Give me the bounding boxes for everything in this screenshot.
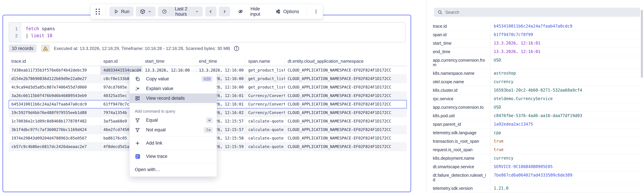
detail-row[interactable]: k8s.cluster.id16593ba1-20c2-4b60-8271-53… <box>432 86 640 95</box>
table-cell[interactable]: b453410011b6c24a24a7faab47a0cdc9 <box>9 100 100 108</box>
table-cell[interactable]: 3a26c66115b0f476b9d6b46889543eb9 <box>9 92 100 100</box>
column-header-end_time[interactable]: end_time <box>196 57 245 66</box>
menu-item-view-trace[interactable]: View trace <box>130 152 217 161</box>
detail-value[interactable]: 1a92edea2ac13475 <box>490 120 640 128</box>
detail-row[interactable]: telemetry.sdk.version1.21.0 <box>432 184 640 193</box>
detail-row[interactable]: request.is_root_spantrue <box>432 146 640 154</box>
detail-value[interactable]: currency <box>490 78 640 86</box>
detail-value[interactable]: oteldemo.CurrencyService <box>490 95 640 103</box>
options-button[interactable]: Options <box>271 7 303 16</box>
table-cell[interactable]: 7d38eab11735b3f576e6bf4b42debc39 <box>9 66 100 74</box>
detail-value[interactable]: true <box>490 137 640 145</box>
table-cell[interactable]: CLOUD_APPLICATION_NAMESPACE-EF02F824F1D1… <box>285 134 407 142</box>
table-cell[interactable]: d154e2b78690836d122b69d9e22a0e27 <box>9 75 100 83</box>
menu-item-not-equal[interactable]: Not equal != <box>130 125 217 135</box>
detail-row[interactable]: span.parent_id1a92edea2ac13475 <box>432 120 640 129</box>
table-cell[interactable]: Currency/Convert <box>245 92 285 100</box>
detail-value[interactable]: cpp <box>490 129 640 137</box>
table-cell[interactable]: CLOUD_APPLICATION_NAMESPACE-EF02F824F1D1… <box>285 66 407 74</box>
timeframe-selector[interactable]: Last 2 hours <box>158 7 203 16</box>
column-header-trace.id[interactable]: trace.id <box>9 57 100 66</box>
table-cell[interactable]: calculate-quote <box>245 117 285 125</box>
detail-row[interactable]: end_time13.3.2026, 12:16:01 <box>432 48 640 56</box>
detail-value[interactable]: 7be867cd6a06402fad4333509c6de389 <box>490 171 640 184</box>
table-cell[interactable]: Currency/Convert <box>245 100 285 108</box>
editor-code[interactable]: fetch spans| limit 10 <box>21 23 55 42</box>
code-line[interactable]: | limit 10 <box>26 32 55 39</box>
detail-value[interactable]: b453410011b6c24a24a7faab47a0cdc9 <box>490 22 640 30</box>
detail-row[interactable]: otel.scope.namecurrency <box>432 78 640 86</box>
detail-row[interactable]: dt.failure_detection.ruleset_id7be867cd6… <box>432 171 640 184</box>
timeframe-forward-button[interactable] <box>219 7 230 16</box>
table-cell[interactable]: CLOUD_APPLICATION_NAMESPACE-EF02F824F1D1… <box>285 100 407 108</box>
detail-row[interactable]: app.currency.conversion.toUSD <box>432 103 640 112</box>
detail-row[interactable]: trace.idb453410011b6c24a24a7faab47a0cdc9 <box>432 22 640 30</box>
detail-value[interactable]: 13.3.2026, 12:16:01 <box>490 39 640 47</box>
table-cell[interactable]: calculate-quote <box>245 126 285 134</box>
query-editor[interactable]: 12 fetch spans| limit 10 <box>9 22 406 42</box>
column-header-span.id[interactable]: span.id <box>100 57 142 66</box>
detail-row[interactable]: transaction.is_root_spantrue <box>432 137 640 146</box>
menu-item-equal[interactable]: Equal = <box>130 115 217 125</box>
detail-value[interactable]: true <box>490 146 640 154</box>
detail-value[interactable]: 1.21.0 <box>490 184 640 193</box>
column-header-start_time[interactable]: start_time <box>142 57 196 66</box>
table-cell[interactable]: CLOUD_APPLICATION_NAMESPACE-EF02F824F1D1… <box>285 75 407 83</box>
hide-input-button[interactable]: Hide input <box>234 7 269 16</box>
menu-item-open-with[interactable]: Open with… <box>130 165 217 175</box>
drag-handle-icon[interactable] <box>96 9 100 15</box>
column-header-dt.entity.cloud_application_namespace[interactable]: dt.entity.cloud_application_namespace <box>285 57 407 66</box>
detail-row[interactable]: rpc.serviceoteldemo.CurrencyService <box>432 95 640 103</box>
detail-row[interactable]: k8s.namespace.nameastroshop <box>432 69 640 78</box>
detail-row[interactable]: span.id61ff9470c7cf8f99 <box>432 30 640 39</box>
detail-value[interactable]: 13.3.2026, 12:16:01 <box>490 48 640 56</box>
table-cell[interactable]: 1c70036e2c1d09c8d8468b177878f482 <box>9 117 100 125</box>
table-cell[interactable]: Currency/Convert <box>245 109 285 117</box>
detail-row[interactable]: k8s.pod.uidc8476fbe-5376-4ad6-aa16-daa77… <box>432 112 640 120</box>
table-cell[interactable]: CLOUD_APPLICATION_NAMESPACE-EF02F824F1D1… <box>285 143 407 151</box>
warning-icon[interactable] <box>41 44 50 52</box>
detail-value[interactable]: c8476fbe-5376-4ad6-aa16-daa77df19d03 <box>490 112 640 120</box>
run-button[interactable]: Run <box>110 7 134 16</box>
detail-row[interactable]: app.currency.conversion.fromUSD <box>432 56 640 69</box>
table-cell[interactable]: 4c9ca94d3d5a85c887e7406455d7d060 <box>9 83 100 91</box>
visualization-dropdown[interactable] <box>136 7 156 16</box>
table-cell[interactable]: CLOUD_APPLICATION_NAMESPACE-EF02F824F1D1… <box>285 83 407 91</box>
table-cell[interactable]: cb57c9c4b86ec6817dc2426daeaac2e7 <box>9 143 100 151</box>
table-cell[interactable]: CLOUD_APPLICATION_NAMESPACE-EF02F824F1D1… <box>285 126 407 134</box>
detail-value[interactable]: 61ff9470c7cf8f99 <box>490 30 640 39</box>
menu-item-copy-value[interactable]: Copy value UID <box>130 74 217 84</box>
column-header-span.name[interactable]: span.name <box>245 57 285 66</box>
table-cell[interactable]: CLOUD_APPLICATION_NAMESPACE-EF02F824F1D1… <box>285 117 407 125</box>
table-cell[interactable]: 19c592f9d4bb76e488f979555eeb1d88 <box>9 109 100 117</box>
results-table-header[interactable]: trace.idspan.idstart_timeend_timespan.na… <box>9 57 407 66</box>
detail-value[interactable]: astroshop <box>490 69 640 77</box>
detail-value[interactable]: 16593ba1-20c2-4b60-8271-532aa68a9cf4 <box>490 86 640 94</box>
details-scrollbar[interactable] <box>641 10 643 78</box>
details-search[interactable] <box>434 8 640 17</box>
detail-value[interactable]: USD <box>490 56 640 69</box>
table-cell[interactable]: calculate-quote <box>245 134 285 142</box>
menu-item-add-link[interactable]: Add link <box>130 138 217 148</box>
detail-value[interactable]: USD <box>490 103 640 111</box>
timeframe-back-button[interactable] <box>205 7 216 16</box>
search-input[interactable] <box>445 10 632 15</box>
table-cell[interactable]: get_product_list <box>245 75 285 83</box>
detail-row[interactable]: k8s.deployment.namecurrency <box>432 154 640 163</box>
menu-item-explain-value[interactable]: Explain value <box>130 84 217 93</box>
table-cell[interactable]: CLOUD_APPLICATION_NAMESPACE-EF02F824F1D1… <box>285 92 407 100</box>
table-cell[interactable]: 1974e29843d09204d4788963c85e0567 <box>9 134 100 142</box>
table-cell[interactable]: 3b1f4dbc97fc7af3600276bc1169d424 <box>9 126 100 134</box>
menu-item-view-record-details[interactable]: View record details <box>130 93 217 103</box>
table-cell[interactable]: calculate-quote <box>245 143 285 151</box>
detail-row[interactable]: start_time13.3.2026, 12:16:01 <box>432 39 640 48</box>
info-icon[interactable] <box>234 45 240 51</box>
detail-value[interactable]: SERVICE-9C186B48B0905E85 <box>490 163 640 171</box>
code-line[interactable]: fetch spans <box>26 25 55 32</box>
table-cell[interactable]: get_product_list <box>245 66 285 74</box>
detail-row[interactable]: telemetry.sdk.languagecpp <box>432 129 640 137</box>
more-actions-button[interactable] <box>310 7 322 16</box>
table-cell[interactable]: CLOUD_APPLICATION_NAMESPACE-EF02F824F1D1… <box>285 109 407 117</box>
detail-row[interactable]: dt.smartscape.serviceSERVICE-9C186B48B09… <box>432 163 640 171</box>
table-cell[interactable]: get_product_list <box>245 83 285 91</box>
